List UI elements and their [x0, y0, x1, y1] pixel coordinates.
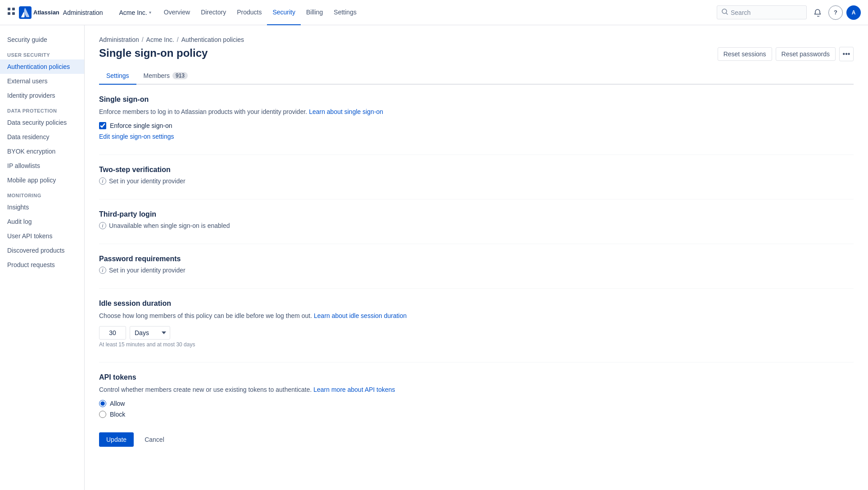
sso-edit-link[interactable]: Edit single sign-on settings — [99, 133, 174, 140]
divider-2 — [99, 199, 854, 200]
third-party-title: Third-party login — [99, 210, 854, 218]
third-party-info-row: i Unavailable when single sign-on is ena… — [99, 222, 854, 229]
idle-session-number-input[interactable] — [99, 326, 126, 340]
api-tokens-allow-radio[interactable] — [99, 400, 106, 407]
password-section: Password requirements i Set in your iden… — [99, 255, 854, 274]
idle-session-title: Idle session duration — [99, 299, 854, 308]
divider-5 — [99, 362, 854, 363]
atlassian-logo-mark — [19, 6, 32, 19]
search-box[interactable]: Search — [717, 5, 807, 19]
divider-3 — [99, 244, 854, 244]
page-title: Single sign-on policy — [99, 47, 208, 59]
tab-settings[interactable]: Settings — [99, 68, 136, 85]
nav-item-overview[interactable]: Overview — [158, 0, 195, 25]
topnav-logo: Atlassian Administration — [7, 6, 108, 19]
reset-passwords-button[interactable]: Reset passwords — [776, 47, 836, 61]
sidebar-item-audit-log[interactable]: Audit log — [0, 214, 84, 229]
divider-1 — [99, 154, 854, 155]
idle-session-learn-link[interactable]: Learn about idle session duration — [314, 312, 407, 319]
sidebar-item-ip-allowlists[interactable]: IP allowlists — [0, 159, 84, 173]
sidebar-item-user-api-tokens[interactable]: User API tokens — [0, 229, 84, 243]
sso-checkbox-row: Enforce single sign-on — [99, 122, 854, 129]
breadcrumb-auth-policies[interactable]: Authentication policies — [181, 36, 244, 43]
breadcrumb: Administration / Acme Inc. / Authenticat… — [99, 36, 854, 43]
sidebar-item-auth-policies[interactable]: Authentication policies — [0, 59, 84, 74]
sidebar-section-monitoring: MONITORING — [0, 187, 84, 200]
reset-sessions-button[interactable]: Reset sessions — [718, 47, 772, 61]
main-nav: Overview Directory Products Security Bil… — [158, 0, 362, 25]
breadcrumb-sep-2: / — [177, 36, 179, 43]
svg-rect-1 — [12, 8, 15, 10]
sidebar-item-product-requests[interactable]: Product requests — [0, 258, 84, 272]
sidebar-item-mobile-app[interactable]: Mobile app policy — [0, 173, 84, 187]
two-step-info-row: i Set in your identity provider — [99, 177, 854, 185]
grid-icon[interactable] — [7, 7, 15, 18]
api-tokens-block-label[interactable]: Block — [110, 411, 125, 418]
atlassian-brand-name: Atlassian — [33, 9, 59, 16]
api-tokens-section: API tokens Control whether members creat… — [99, 373, 854, 418]
sidebar-item-insights[interactable]: Insights — [0, 200, 84, 214]
breadcrumb-sep-1: / — [142, 36, 144, 43]
api-tokens-allow-row: Allow — [99, 400, 854, 407]
sso-checkbox-label[interactable]: Enforce single sign-on — [110, 122, 172, 129]
sidebar-item-data-residency[interactable]: Data residency — [0, 130, 84, 144]
api-tokens-allow-label[interactable]: Allow — [110, 400, 125, 407]
api-tokens-learn-link[interactable]: Learn more about API tokens — [313, 386, 395, 393]
sso-section: Single sign-on Enforce members to log in… — [99, 95, 854, 140]
org-switcher[interactable]: Acme Inc. ▾ — [116, 7, 155, 18]
more-icon: ••• — [843, 50, 850, 58]
password-title: Password requirements — [99, 255, 854, 263]
form-actions: Update Cancel — [99, 432, 854, 447]
chevron-down-icon: ▾ — [149, 10, 151, 15]
sso-title: Single sign-on — [99, 95, 854, 104]
idle-session-hint: At least 15 minutes and at most 30 days — [99, 341, 854, 348]
api-tokens-block-radio[interactable] — [99, 411, 106, 418]
api-tokens-title: API tokens — [99, 373, 854, 381]
svg-line-5 — [726, 13, 728, 14]
nav-item-settings[interactable]: Settings — [328, 0, 362, 25]
more-actions-button[interactable]: ••• — [839, 47, 854, 61]
org-name: Acme Inc. — [119, 9, 147, 16]
sidebar-item-identity-providers[interactable]: Identity providers — [0, 88, 84, 103]
topnav-app-name: Administration — [63, 9, 103, 16]
main-content: Administration / Acme Inc. / Authenticat… — [85, 25, 868, 490]
tab-members-label: Members — [144, 72, 170, 79]
third-party-info-text: Unavailable when single sign-on is enabl… — [109, 222, 230, 229]
breadcrumb-org[interactable]: Acme Inc. — [146, 36, 174, 43]
sidebar-section-user-security: USER SECURITY — [0, 47, 84, 59]
idle-session-input-row: Minutes Hours Days — [99, 326, 854, 340]
sidebar-item-byok[interactable]: BYOK encryption — [0, 144, 84, 159]
cancel-button[interactable]: Cancel — [137, 432, 172, 447]
sso-description: Enforce members to log in to Atlassian p… — [99, 107, 854, 117]
sidebar-item-discovered-products[interactable]: Discovered products — [0, 243, 84, 258]
help-button[interactable]: ? — [828, 5, 843, 20]
nav-item-security[interactable]: Security — [267, 0, 301, 25]
nav-item-directory[interactable]: Directory — [195, 0, 231, 25]
password-info-text: Set in your identity provider — [109, 267, 185, 274]
nav-item-products[interactable]: Products — [231, 0, 267, 25]
two-step-section: Two-step verification i Set in your iden… — [99, 166, 854, 185]
sso-checkbox[interactable] — [99, 122, 106, 129]
sidebar-item-data-security[interactable]: Data security policies — [0, 115, 84, 130]
sidebar-item-external-users[interactable]: External users — [0, 74, 84, 88]
breadcrumb-administration[interactable]: Administration — [99, 36, 139, 43]
sso-learn-link[interactable]: Learn about single sign-on — [309, 108, 383, 115]
search-placeholder: Search — [731, 9, 750, 16]
nav-item-billing[interactable]: Billing — [301, 0, 328, 25]
tab-members[interactable]: Members 913 — [136, 68, 195, 85]
avatar[interactable]: A — [846, 5, 861, 20]
sidebar-item-security-guide[interactable]: Security guide — [0, 32, 84, 47]
tab-settings-label: Settings — [106, 72, 129, 79]
info-icon-two-step: i — [99, 177, 106, 185]
notifications-button[interactable] — [810, 5, 825, 20]
divider-4 — [99, 288, 854, 289]
api-tokens-description: Control whether members create new or us… — [99, 385, 854, 395]
idle-session-description: Choose how long members of this policy c… — [99, 311, 854, 321]
svg-rect-2 — [8, 12, 10, 15]
topnav: Atlassian Administration Acme Inc. ▾ Ove… — [0, 0, 868, 25]
topnav-right: Search ? A — [717, 5, 861, 20]
update-button[interactable]: Update — [99, 432, 134, 447]
svg-rect-0 — [8, 8, 10, 10]
svg-rect-3 — [12, 12, 15, 15]
idle-session-unit-select[interactable]: Minutes Hours Days — [130, 326, 170, 340]
